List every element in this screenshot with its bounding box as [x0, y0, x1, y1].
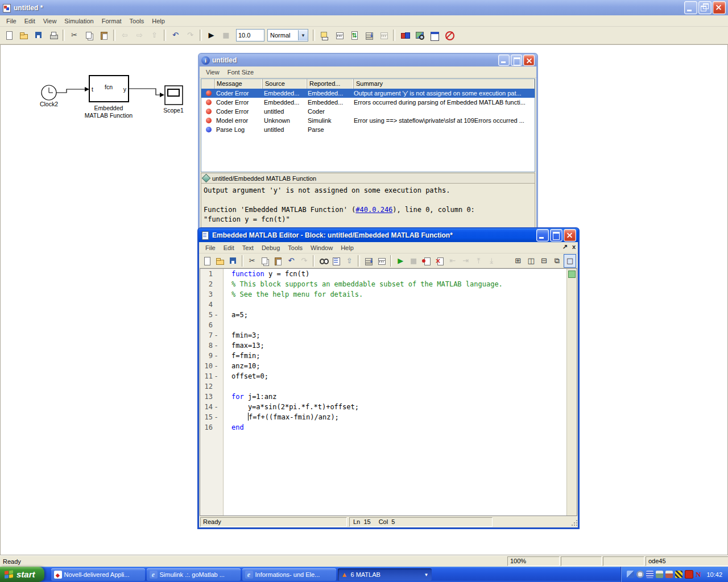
open-button[interactable]	[214, 254, 226, 268]
menu-item-edit[interactable]: Edit	[20, 16, 39, 26]
up-button[interactable]: ⇧	[343, 254, 355, 268]
table-row[interactable]: Coder ErrorEmbedded...Embedded...Errors …	[201, 98, 535, 107]
code-line[interactable]: f=fmin;	[224, 351, 566, 361]
no-debug-button[interactable]	[442, 28, 456, 42]
close-button[interactable]	[713, 1, 726, 14]
menu-item-tools[interactable]: Tools	[126, 16, 148, 26]
code-line[interactable]: % See the help menu for details.	[224, 289, 566, 300]
redo-button[interactable]: ↷	[183, 28, 197, 42]
blocks-button[interactable]	[398, 28, 412, 42]
menu-item-file[interactable]: File	[2, 16, 20, 26]
new-button[interactable]	[2, 28, 16, 42]
minimize-button[interactable]	[536, 229, 549, 242]
code-line[interactable]: for j=1:anz	[224, 392, 566, 402]
signal-line[interactable]	[56, 89, 85, 93]
menu-item-simulation[interactable]: Simulation	[60, 16, 97, 26]
layers-button[interactable]	[362, 254, 375, 268]
column-header-reported[interactable]: Reported...	[307, 79, 354, 89]
save-button[interactable]	[227, 254, 239, 268]
forward-button[interactable]: ⇨	[133, 28, 147, 42]
menu-item-window[interactable]: Window	[307, 243, 337, 252]
novell-disk-tray-icon[interactable]	[685, 570, 693, 579]
diagnostics-titlebar[interactable]: i untitled	[199, 54, 537, 66]
code-line[interactable]	[224, 300, 566, 310]
bp-add-button[interactable]	[420, 254, 433, 268]
network-tray-icon[interactable]	[627, 571, 634, 578]
single-button[interactable]: □	[564, 254, 576, 268]
step-button[interactable]: ⇥	[460, 254, 472, 268]
save-button[interactable]	[31, 28, 46, 42]
table-row[interactable]: Parse LoguntitledParse	[201, 125, 535, 134]
undo-button[interactable]: ↶	[285, 254, 297, 268]
layers-button[interactable]	[362, 28, 376, 42]
menu-item-edit[interactable]: Edit	[220, 243, 238, 252]
menu-item-help[interactable]: Help	[337, 243, 358, 252]
menu-item-help[interactable]: Help	[148, 16, 169, 26]
task-button-novell-delivered-appli[interactable]: Novell-delivered Appli...	[51, 568, 145, 581]
error-location-link[interactable]: #40.0.246	[355, 206, 392, 214]
stop-button[interactable]: ■	[219, 28, 233, 42]
table-row[interactable]: Coder ErroruntitledCoder	[201, 107, 535, 116]
minimize-button[interactable]	[684, 1, 697, 14]
step-back-button[interactable]: ⇤	[446, 254, 459, 268]
code-editor[interactable]: 12345-67-8-9-10-11-121314-15-16 function…	[200, 268, 577, 516]
menu-item-font-size[interactable]: Font Size	[224, 68, 258, 77]
stop-button[interactable]: ■	[407, 254, 420, 268]
step-fwd-button[interactable]: ⤒	[473, 254, 485, 268]
ports-button[interactable]	[317, 28, 332, 42]
stack-tray-icon[interactable]	[646, 571, 653, 578]
redo-button[interactable]: ↷	[298, 254, 311, 268]
code-ok-indicator[interactable]	[568, 271, 576, 278]
signal-line[interactable]	[129, 89, 160, 95]
close-button[interactable]	[564, 229, 576, 242]
restore-button[interactable]	[698, 1, 712, 14]
editor-titlebar[interactable]: Embedded MATLAB Editor - Block: untitled…	[198, 228, 578, 242]
volume-tray-icon[interactable]	[636, 571, 644, 578]
copy-button[interactable]	[82, 28, 96, 42]
open-button[interactable]	[16, 28, 31, 42]
code-line[interactable]: a=5;	[224, 310, 566, 320]
menu-item-view[interactable]: View	[39, 16, 61, 26]
n-tray-icon[interactable]: N	[696, 571, 701, 578]
task-button-6-matlab[interactable]: 6 MATLAB▼	[338, 568, 432, 581]
start-button[interactable]: start	[0, 567, 44, 582]
table-row[interactable]: Model errorUnknownSimulinkError using ==…	[201, 116, 535, 125]
back-button[interactable]: ⇦	[118, 28, 132, 42]
updates-tray-icon[interactable]	[675, 571, 682, 578]
grid-button[interactable]	[332, 28, 346, 42]
printer-alert-tray-icon[interactable]	[665, 571, 673, 578]
print-button[interactable]	[46, 28, 60, 42]
tile4-button[interactable]: ⊞	[512, 254, 524, 268]
cut-button[interactable]: ✂	[67, 28, 81, 42]
refresh-button[interactable]	[347, 28, 361, 42]
cascade-button[interactable]: ⧉	[551, 254, 563, 268]
new-button[interactable]	[201, 254, 213, 268]
column-header-summary[interactable]: Summary	[354, 79, 535, 89]
up-button[interactable]: ⇧	[147, 28, 162, 42]
column-header-source[interactable]: Source	[263, 79, 307, 89]
menu-item-file[interactable]: File	[201, 243, 220, 252]
code-line[interactable]: end	[224, 422, 566, 433]
task-button-simulink-gomatlab[interactable]: Simulink .:. goMatlab ...	[147, 568, 241, 581]
menu-item-debug[interactable]: Debug	[258, 243, 284, 252]
grid2-button[interactable]	[377, 28, 391, 42]
undo-button[interactable]: ↶	[168, 28, 183, 42]
dock-icon[interactable]: ↗	[562, 243, 568, 251]
paste-button[interactable]	[272, 254, 284, 268]
resize-grip[interactable]	[570, 520, 577, 527]
cut-button[interactable]: ✂	[246, 254, 258, 268]
tileh-button[interactable]: ⊟	[538, 254, 551, 268]
simulation-time-input[interactable]	[236, 29, 264, 41]
tilev-button[interactable]: ◫	[525, 254, 537, 268]
menu-item-text[interactable]: Text	[238, 243, 258, 252]
grid-button[interactable]	[375, 254, 388, 268]
code-text-area[interactable]: function y = fcn(t)% This block supports…	[224, 269, 566, 516]
code-line[interactable]: function y = fcn(t)	[224, 269, 566, 279]
run-button[interactable]: ▶	[394, 254, 407, 268]
chevron-down-icon[interactable]: ▼	[298, 30, 308, 40]
main-titlebar[interactable]: untitled *	[0, 0, 728, 15]
code-line[interactable]	[224, 381, 566, 392]
simulation-mode-combo[interactable]: Normal ▼	[267, 29, 308, 41]
menu-item-format[interactable]: Format	[98, 16, 126, 26]
code-line[interactable]: y=a*sin(2*pi.*f.*t)+offset;	[224, 402, 566, 412]
